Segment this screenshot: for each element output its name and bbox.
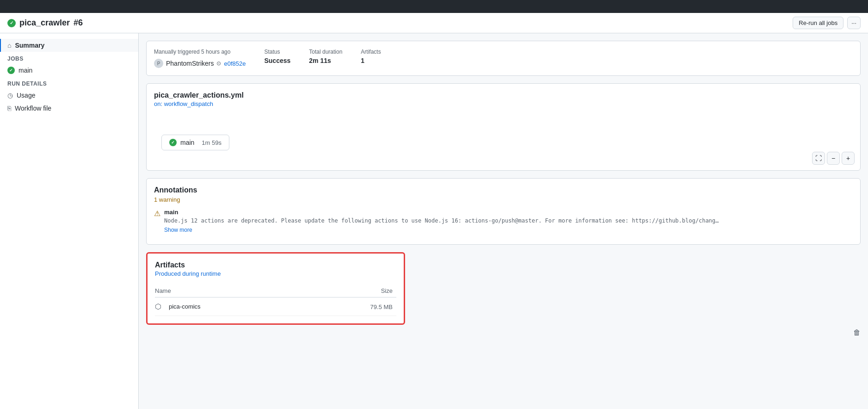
- artifact-row-inner: ⬡ pica-comics: [155, 302, 341, 311]
- sidebar-summary-label: Summary: [15, 42, 44, 49]
- home-icon: ⌂: [7, 42, 11, 49]
- trigger-section: Manually triggered 5 hours ago P Phantom…: [154, 49, 246, 68]
- workflow-trigger: on: workflow_dispatch: [154, 100, 853, 107]
- committer-name: PhantomStrikers: [166, 60, 214, 67]
- bottom-area: Artifacts Produced during runtime Name S…: [146, 252, 861, 337]
- workflow-controls: ⛶ − +: [812, 152, 855, 165]
- expand-button[interactable]: ⛶: [812, 152, 825, 165]
- delete-artifact-button[interactable]: 🗑: [853, 328, 861, 337]
- run-details-section-header: Run details: [0, 77, 138, 89]
- header-actions: Re-run all jobs ···: [793, 17, 861, 29]
- zoom-out-button[interactable]: −: [827, 152, 840, 165]
- more-options-button[interactable]: ···: [847, 17, 861, 29]
- col-size-header: Size: [341, 287, 396, 294]
- sidebar-workflow-label: Workflow file: [15, 105, 51, 112]
- workflow-card: pica_crawler_actions.yml on: workflow_di…: [146, 83, 861, 171]
- artifacts-title: Artifacts: [155, 261, 396, 269]
- top-bar: [0, 0, 868, 13]
- sidebar-item-summary[interactable]: ⌂ Summary: [0, 39, 138, 52]
- workflow-diagram: main 1m 59s: [147, 115, 860, 170]
- annotation-item: ⚠ main Node.js 12 actions are deprecated…: [154, 209, 853, 233]
- workflow-job-box[interactable]: main 1m 59s: [161, 135, 229, 150]
- show-more-link[interactable]: Show more: [164, 227, 719, 233]
- annotation-job: main: [164, 209, 719, 216]
- page-header: pica_crawler #6 Re-run all jobs ···: [0, 13, 868, 33]
- artifacts-subtitle: Produced during runtime: [155, 270, 396, 277]
- sidebar-main-label: main: [18, 67, 32, 74]
- run-status-icon: [7, 19, 16, 27]
- workflow-job-label: main: [180, 139, 194, 146]
- duration-value: 2m 11s: [309, 57, 342, 64]
- annotation-content: main Node.js 12 actions are deprecated. …: [164, 209, 719, 233]
- commit-hash[interactable]: e0f852e: [224, 60, 246, 67]
- warning-icon: ⚠: [154, 209, 160, 233]
- artifact-name[interactable]: pica-comics: [169, 303, 201, 310]
- artifact-icon: ⬡: [155, 302, 161, 311]
- annotations-title: Annotations: [154, 186, 853, 194]
- artifacts-section: Artifacts Produced during runtime Name S…: [146, 252, 405, 325]
- clock-icon: ◷: [7, 92, 13, 99]
- annotations-card: Annotations 1 warning ⚠ main Node.js 12 …: [146, 178, 861, 245]
- commit-info: P PhantomStrikers ⊙ e0f852e: [154, 59, 246, 68]
- annotation-text: Node.js 12 actions are deprecated. Pleas…: [164, 217, 719, 225]
- rerun-button[interactable]: Re-run all jobs: [793, 17, 843, 29]
- annotations-count: 1 warning: [154, 196, 853, 203]
- workflow-name: pica_crawler_actions.yml: [154, 91, 853, 99]
- status-value: Success: [264, 57, 290, 64]
- workflow-job-duration: 1m 59s: [202, 139, 222, 146]
- summary-card: Manually triggered 5 hours ago P Phantom…: [146, 41, 861, 76]
- artifact-name-col: ⬡ pica-comics: [155, 302, 341, 311]
- sidebar-usage-label: Usage: [17, 92, 35, 99]
- artifact-size: 79.5 MB: [370, 304, 393, 310]
- commit-icon: ⊙: [216, 60, 221, 67]
- sidebar-item-usage[interactable]: ◷ Usage: [0, 89, 138, 102]
- sidebar-item-workflow-file[interactable]: ⎘ Workflow file: [0, 102, 138, 115]
- artifacts-meta-label: Artifacts: [361, 49, 381, 55]
- status-section: Status Success: [264, 49, 290, 64]
- page-title: pica_crawler #6: [7, 18, 83, 28]
- artifacts-table: Name Size ⬡ pica-comics 79.5 MB: [155, 285, 396, 316]
- sidebar: ⌂ Summary Jobs main Run details ◷ Usage …: [0, 33, 139, 409]
- jobs-section-header: Jobs: [0, 52, 138, 64]
- job-success-icon: [7, 67, 15, 74]
- col-name-header: Name: [155, 287, 341, 294]
- file-icon: ⎘: [7, 105, 11, 112]
- duration-label: Total duration: [309, 49, 342, 55]
- artifact-size-col: 79.5 MB: [341, 303, 396, 310]
- avatar: P: [154, 59, 163, 68]
- workflow-header: pica_crawler_actions.yml on: workflow_di…: [147, 84, 860, 115]
- artifacts-table-header: Name Size: [155, 285, 396, 297]
- repo-name: pica_crawler: [19, 18, 70, 28]
- sidebar-item-main-job[interactable]: main: [0, 64, 138, 77]
- summary-meta: Manually triggered 5 hours ago P Phantom…: [154, 49, 853, 68]
- main-content: Manually triggered 5 hours ago P Phantom…: [139, 33, 868, 409]
- trigger-label: Manually triggered 5 hours ago: [154, 49, 246, 55]
- duration-section: Total duration 2m 11s: [309, 49, 342, 64]
- status-label: Status: [264, 49, 290, 55]
- table-row: ⬡ pica-comics 79.5 MB: [155, 297, 396, 316]
- workflow-job-icon: [169, 139, 177, 146]
- artifacts-count: 1: [361, 57, 381, 64]
- artifacts-section-meta: Artifacts 1: [361, 49, 381, 64]
- run-number: #6: [74, 18, 83, 28]
- zoom-in-button[interactable]: +: [842, 152, 855, 165]
- main-layout: ⌂ Summary Jobs main Run details ◷ Usage …: [0, 33, 868, 409]
